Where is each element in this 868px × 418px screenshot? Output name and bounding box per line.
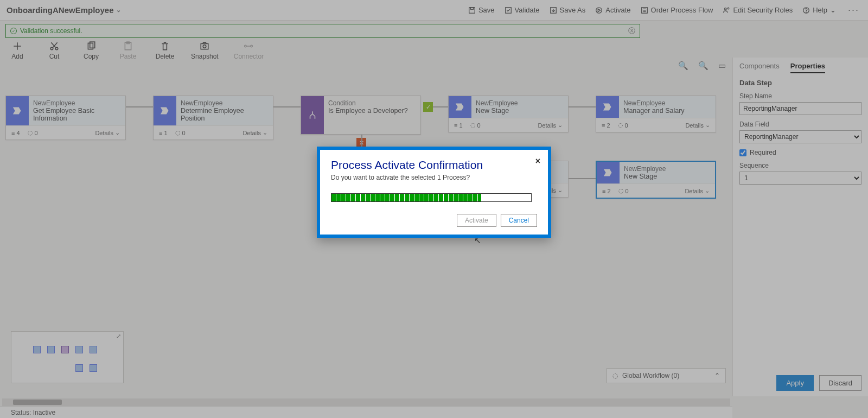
dialog-cancel-button[interactable]: Cancel	[501, 214, 537, 227]
progress-bar	[331, 193, 532, 202]
modal-overlay: × Process Activate Confirmation Do you w…	[0, 0, 868, 418]
cursor-icon: ↖	[474, 236, 481, 245]
dialog-activate-button[interactable]: Activate	[457, 214, 496, 227]
dialog-title: Process Activate Confirmation	[331, 159, 537, 172]
close-icon[interactable]: ×	[535, 156, 540, 166]
progress-fill	[331, 194, 481, 201]
activate-confirmation-dialog: × Process Activate Confirmation Do you w…	[317, 147, 551, 238]
dialog-message: Do you want to activate the selected 1 P…	[331, 174, 537, 181]
